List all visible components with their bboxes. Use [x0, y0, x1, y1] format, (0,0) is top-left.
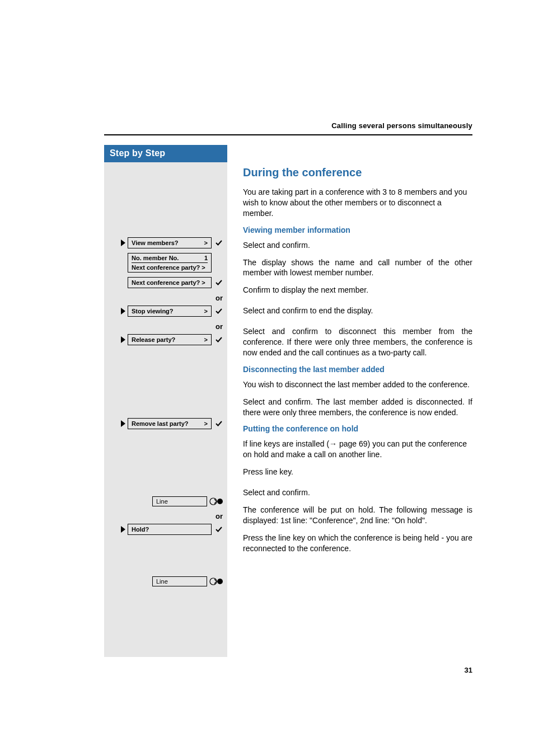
or-separator: or	[107, 510, 224, 524]
subsection-hold: Putting the conference on hold	[243, 424, 472, 433]
menu-label: Remove last party?	[132, 420, 188, 427]
line-key[interactable]: Line	[152, 576, 207, 586]
page-number: 31	[465, 666, 472, 674]
menu-hold[interactable]: Hold? >	[128, 524, 212, 535]
display-line1-label: No. member No.	[132, 255, 179, 261]
menu-remove-last[interactable]: Remove last party? >	[128, 418, 212, 429]
sidebar-title: Step by Step	[104, 145, 227, 162]
running-header: Calling several persons simultaneously	[104, 121, 472, 130]
menu-view-members-row: View members? >	[107, 237, 224, 248]
or-separator: or	[107, 320, 224, 334]
instruction-text: You wish to disconnect the last member a…	[243, 379, 472, 390]
confirm-check-icon	[215, 279, 224, 287]
header-rule	[104, 134, 472, 135]
navigate-right-icon	[121, 308, 125, 314]
submenu-indicator-icon: >	[204, 336, 208, 343]
navigate-right-icon	[121, 336, 125, 343]
svg-point-1	[217, 579, 223, 584]
display-member-row: No. member No. 1 Next conference party? …	[107, 253, 224, 273]
instruction-text: Press line key.	[243, 467, 472, 477]
main-content: During the conference You are taking par…	[227, 145, 472, 561]
instruction-text: Select and confirm.	[243, 487, 472, 498]
menu-stop-viewing-row: Stop viewing? >	[107, 306, 224, 317]
submenu-indicator-icon: >	[204, 420, 208, 427]
or-separator: or	[107, 292, 224, 306]
menu-label: Next conference party? >	[132, 279, 205, 286]
menu-remove-last-row: Remove last party? >	[107, 418, 224, 429]
menu-stop-viewing[interactable]: Stop viewing? >	[128, 306, 212, 317]
instruction-text: Select and confirm to end the display.	[243, 306, 472, 316]
phone-display: No. member No. 1 Next conference party? …	[128, 253, 212, 273]
subsection-viewing: Viewing member information	[243, 226, 472, 234]
menu-label: Hold?	[132, 526, 149, 533]
line-key-row: Line	[107, 576, 224, 586]
confirm-check-icon	[215, 525, 224, 533]
menu-hold-row: Hold? >	[107, 524, 224, 535]
instruction-text: Select and confirm to disconnect this me…	[243, 326, 472, 358]
display-line1-value: 1	[204, 255, 208, 261]
section-heading: During the conference	[243, 166, 472, 179]
submenu-indicator-icon: >	[204, 308, 208, 314]
line-key[interactable]: Line	[152, 496, 207, 506]
svg-point-0	[217, 499, 223, 504]
submenu-indicator-icon: >	[204, 240, 208, 246]
instruction-text: Select and confirm.	[243, 240, 472, 251]
instruction-text: Confirm to display the next member.	[243, 285, 472, 295]
menu-release-party[interactable]: Release party? >	[128, 334, 212, 345]
instruction-text: If line keys are installed (→ page 69) y…	[243, 439, 472, 460]
confirm-check-icon	[215, 239, 224, 247]
subsection-disconnect-last: Disconnecting the last member added	[243, 365, 472, 374]
menu-label: Release party?	[132, 336, 175, 343]
arrow-right-icon: →	[329, 439, 337, 448]
instruction-text: Press the line key on which the conferen…	[243, 533, 472, 554]
menu-label: Stop viewing?	[132, 308, 174, 314]
display-line2: Next conference party? >	[132, 264, 205, 271]
instruction-text: The conference will be put on hold. The …	[243, 505, 472, 526]
navigate-right-icon	[121, 240, 125, 246]
step-by-step-sidebar: Step by Step View members? >	[104, 145, 227, 657]
confirm-check-icon	[215, 307, 224, 315]
line-led-icon	[209, 497, 224, 505]
hold-intro-a: If line keys are installed (	[243, 439, 329, 448]
menu-view-members[interactable]: View members? >	[128, 237, 212, 248]
menu-release-party-row: Release party? >	[107, 334, 224, 345]
confirm-check-icon	[215, 420, 224, 428]
navigate-right-icon	[121, 420, 125, 427]
line-key-row: Line	[107, 496, 224, 506]
navigate-right-icon	[121, 526, 125, 533]
menu-label: View members?	[132, 240, 179, 246]
line-led-icon	[209, 577, 224, 585]
instruction-text: Select and confirm. The last member adde…	[243, 397, 472, 418]
menu-next-party-row: Next conference party? >	[107, 277, 224, 288]
menu-next-party[interactable]: Next conference party? >	[128, 277, 212, 288]
instruction-text: The display shows the name and call numb…	[243, 257, 472, 279]
confirm-check-icon	[215, 336, 224, 344]
intro-paragraph: You are taking part in a conference with…	[243, 187, 472, 219]
